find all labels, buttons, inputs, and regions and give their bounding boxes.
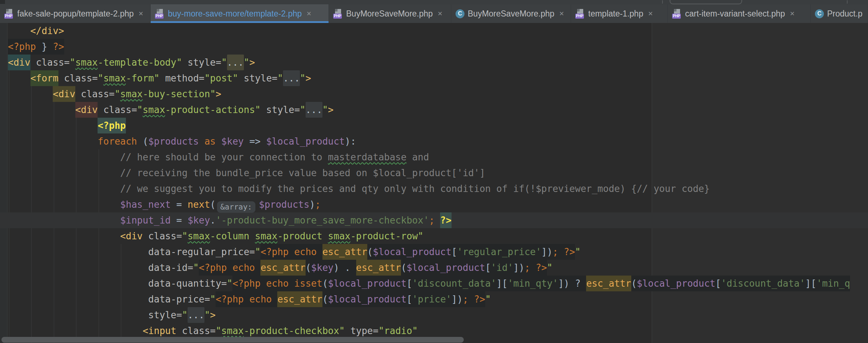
- php-file-icon: PHP: [155, 9, 165, 19]
- ide-toolbar-strip: [0, 0, 868, 4]
- code-token: -template-body: [98, 55, 176, 70]
- code-token: data-regular_price: [148, 244, 249, 260]
- code-line[interactable]: <?php: [0, 118, 868, 133]
- tab-close-icon[interactable]: ✕: [306, 11, 311, 17]
- code-line[interactable]: <form class="smax-form" method="post" st…: [0, 70, 868, 86]
- code-token: <form: [30, 70, 58, 86]
- code-token: -product-actions: [165, 102, 255, 118]
- editor[interactable]: </div><?php } ?><div class="smax-templat…: [0, 23, 868, 343]
- code-token: ": [221, 55, 227, 70]
- code-token: =: [92, 70, 98, 86]
- editor-tab[interactable]: CBuyMoreSaveMore.php✕: [451, 4, 571, 23]
- code-token: .: [339, 260, 356, 276]
- code-line[interactable]: <div class="smax-buy-section">: [0, 86, 868, 102]
- code-line[interactable]: data-regular_price="<?php echo esc_attr(…: [0, 244, 868, 260]
- code-token: 'price': [412, 291, 452, 307]
- code-token: ": [547, 260, 553, 276]
- tab-close-icon[interactable]: ✕: [790, 11, 795, 17]
- horizontal-scrollbar: [0, 336, 868, 343]
- code-token: smax: [255, 228, 278, 244]
- code-token: ...: [283, 70, 300, 86]
- code-token: class: [148, 228, 176, 244]
- code-token: echo: [249, 291, 277, 307]
- code-token: ]): [452, 291, 463, 307]
- editor-tab[interactable]: PHPcart-item-variant-select.php✕: [668, 4, 811, 23]
- code-token: [8, 70, 30, 86]
- editor-tab[interactable]: PHPbuy-more-save-more/template-2.php✕: [151, 4, 329, 23]
- code-token: [: [485, 260, 491, 276]
- code-token: ;: [463, 291, 468, 307]
- code-token: data-id: [148, 260, 188, 276]
- code-token: [530, 260, 536, 276]
- horizontal-scrollbar-thumb[interactable]: [1, 337, 464, 343]
- code-line[interactable]: <div class="smax-product-actions" style=…: [0, 102, 868, 118]
- code-token: next: [188, 197, 210, 212]
- code-token: ]): [558, 276, 569, 291]
- code-token: method: [165, 70, 199, 86]
- code-token: ": [485, 291, 491, 307]
- tab-close-icon[interactable]: ✕: [138, 11, 143, 17]
- code-token: [8, 260, 148, 276]
- code-token: 'regular_price': [457, 244, 541, 260]
- code-token: smax: [120, 86, 143, 102]
- code-line[interactable]: // receiving the bundle_price value base…: [0, 165, 868, 181]
- editor-tab[interactable]: PHPfake-sale-popup/template-2.php✕: [0, 4, 151, 23]
- code-line[interactable]: data-price="<?php echo esc_attr($local_p…: [0, 291, 868, 307]
- code-token: $local_product: [373, 244, 452, 260]
- code-line[interactable]: foreach ($products as $key => $local_pro…: [0, 133, 868, 149]
- code-token: ": [98, 70, 104, 86]
- code-line[interactable]: $has_next = next(&array:$products);: [0, 197, 868, 212]
- code-token: [8, 244, 148, 260]
- code-token: -form: [126, 70, 154, 86]
- caret-line[interactable]: $input_id = $key.'-product-buy_more_save…: [0, 212, 868, 228]
- code-line[interactable]: <div class="smax-template-body" style=".…: [0, 55, 868, 70]
- code-line[interactable]: // we suggest you to modify the prices a…: [0, 181, 868, 197]
- code-token: [75, 86, 81, 102]
- code-token: (: [367, 244, 373, 260]
- tab-close-icon[interactable]: ✕: [648, 11, 653, 17]
- editor-tab[interactable]: PHPBuyMoreSaveMore.php✕: [329, 4, 451, 23]
- code-token: [8, 133, 98, 149]
- code-token: smax: [103, 70, 126, 86]
- code-line[interactable]: style="...">: [0, 307, 868, 323]
- code-token: style: [148, 307, 176, 323]
- tab-label: template-1.php: [588, 9, 643, 19]
- code-token: 'discount_data': [721, 276, 805, 291]
- tab-label: fake-sale-popup/template-2.php: [17, 9, 134, 19]
- code-token: $local_product: [266, 133, 345, 149]
- code-line[interactable]: <div class="smax-column smax-product sma…: [0, 228, 868, 244]
- code-token: masterdatabase: [328, 149, 406, 165]
- code-line[interactable]: </div>: [0, 23, 868, 39]
- code-line[interactable]: data-id="<?php echo esc_attr($key) . esc…: [0, 260, 868, 276]
- code-token: [8, 102, 75, 118]
- code-token: [8, 291, 148, 307]
- code-token: ": [255, 102, 261, 118]
- code-token: =: [109, 86, 115, 102]
- code-token: [435, 212, 440, 228]
- code-token: ?>: [564, 244, 575, 260]
- code-token: ": [210, 86, 216, 102]
- code-line[interactable]: <?php } ?>: [0, 39, 868, 55]
- code-token: ][: [805, 276, 816, 291]
- tab-close-icon[interactable]: ✕: [438, 11, 443, 17]
- code-token: <div: [8, 55, 30, 70]
- php-file-icon: PHP: [672, 9, 682, 19]
- code-line[interactable]: // here should be your connection to mas…: [0, 149, 868, 165]
- code-token: [8, 228, 120, 244]
- code-token: [143, 228, 148, 244]
- code-token: =: [294, 102, 300, 118]
- code-line[interactable]: data-quantity="<?php echo isset($local_p…: [0, 276, 868, 291]
- editor-tab[interactable]: PHPtemplate-1.php✕: [571, 4, 668, 23]
- code-token: -product-row: [350, 228, 418, 244]
- code-token: ;: [552, 244, 558, 260]
- code-token: =: [171, 197, 188, 212]
- editor-tab[interactable]: CProduct.p: [811, 4, 868, 23]
- code-token: =>: [244, 133, 266, 149]
- code-token: ": [204, 307, 210, 323]
- code-token: (: [137, 133, 148, 149]
- code-token: data-quantity: [148, 276, 221, 291]
- code-token: $key: [311, 260, 334, 276]
- tab-close-icon[interactable]: ✕: [559, 11, 564, 17]
- code-token: [58, 70, 64, 86]
- code-token: [182, 55, 188, 70]
